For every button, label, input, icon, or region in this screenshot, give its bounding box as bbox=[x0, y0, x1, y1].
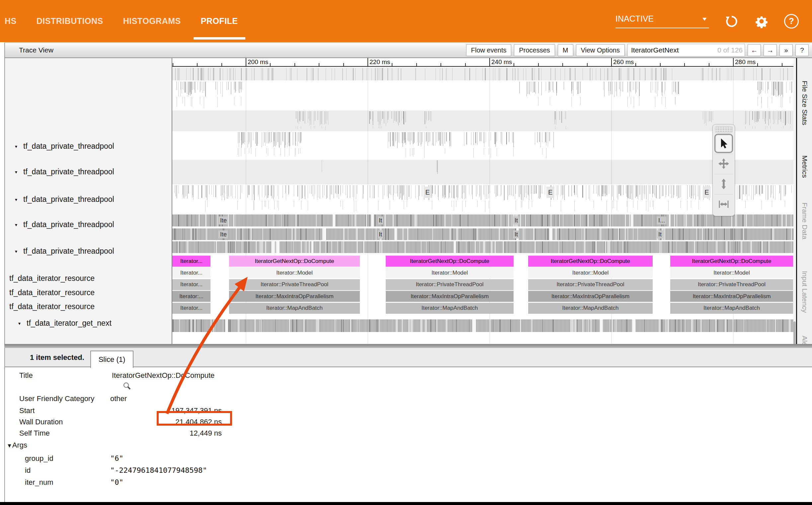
slice-iterator-row[interactable]: Iterator... bbox=[172, 267, 210, 278]
chevron-down-icon: ▼ bbox=[701, 16, 708, 22]
track-label-tf_data_iterator_get_next[interactable]: ▾tf_data_iterator_get_next bbox=[18, 319, 112, 328]
slice-iterator-row[interactable]: Iterator::MaxIntraOpParallelism bbox=[386, 291, 514, 302]
search-input[interactable] bbox=[630, 46, 710, 54]
slice-iterator-row[interactable]: Iterator::PrivateThreadPool bbox=[386, 279, 514, 290]
pan-tool-button[interactable] bbox=[715, 154, 733, 173]
track-iterator-resource-strip[interactable]: IteItItI... bbox=[172, 214, 794, 226]
collapse-arrow-icon[interactable]: ▾ bbox=[15, 197, 17, 202]
track-iterator-resource-strip[interactable] bbox=[172, 241, 794, 253]
slice-iterator-row-selected[interactable]: Iterator::PrivateThreadPool bbox=[229, 279, 360, 290]
track-activity-overview[interactable] bbox=[172, 67, 794, 80]
track-threadpool-3[interactable] bbox=[172, 132, 794, 159]
details-header: 1 item selected. Slice (1) bbox=[5, 348, 812, 367]
track-threadpool-2[interactable] bbox=[172, 111, 794, 131]
track-label-tf_data_private_threadpool[interactable]: ▾tf_data_private_threadpool bbox=[15, 195, 114, 204]
track-threadpool-5[interactable] bbox=[172, 185, 794, 213]
tool-palette bbox=[713, 124, 735, 216]
event-badge[interactable]: E bbox=[547, 187, 554, 198]
slice-iterator-row[interactable]: Iterator::MapAndBatch bbox=[528, 303, 653, 314]
view-options-button[interactable]: View Options bbox=[576, 44, 625, 56]
gridline bbox=[489, 67, 490, 344]
slice-iterator-row[interactable]: Iterator::MaxIntraOpParallelism bbox=[670, 291, 793, 302]
select-tool-button[interactable] bbox=[715, 134, 733, 153]
track-label-tf_data_iterator_resource[interactable]: tf_data_iterator_resource bbox=[9, 302, 94, 311]
top-app-bar: HS DISTRIBUTIONS HISTOGRAMS PROFILE INAC… bbox=[0, 0, 812, 42]
help-icon[interactable]: ? bbox=[784, 14, 799, 28]
timeline-area[interactable]: 200 ms220 ms240 ms260 ms280 ms IteItItI.… bbox=[172, 58, 794, 344]
slice-iterator-row[interactable]: Iterator::Model bbox=[528, 267, 653, 278]
track-label-tf_data_iterator_resource[interactable]: tf_data_iterator_resource bbox=[9, 274, 94, 283]
collapse-controls-button[interactable]: » bbox=[780, 44, 793, 56]
palette-drag-handle[interactable] bbox=[715, 126, 732, 133]
collapse-arrow-icon[interactable]: ▾ bbox=[15, 222, 17, 227]
side-tab-input-latency[interactable]: Input Latency bbox=[797, 255, 812, 329]
slice-iterator-row[interactable]: Iterator::PrivateThreadPool bbox=[528, 279, 653, 290]
gear-icon[interactable] bbox=[754, 14, 769, 28]
gridline bbox=[611, 67, 612, 344]
slice-iterator-row[interactable]: Iterator::MapAndBatch bbox=[386, 303, 514, 314]
find-next-button[interactable]: → bbox=[764, 44, 777, 56]
panel-splitter[interactable] bbox=[4, 344, 812, 348]
slice-iterator-get-next-op[interactable]: Iterator... bbox=[172, 256, 210, 267]
run-selector-dropdown[interactable]: INACTIVE ▼ bbox=[615, 14, 709, 28]
tab-slice[interactable]: Slice (1) bbox=[90, 351, 134, 368]
slice-iterator-get-next-op-selected[interactable]: IteratorGetNextOp::DoCompute bbox=[229, 256, 360, 267]
ruler-major-tick bbox=[246, 58, 246, 66]
track-label-tf_data_private_threadpool[interactable]: ▾tf_data_private_threadpool bbox=[15, 142, 114, 151]
slice-iterator-get-next-op[interactable]: IteratorGetNextOp::DoCompute bbox=[386, 256, 514, 267]
tab-distributions[interactable]: DISTRIBUTIONS bbox=[27, 0, 113, 42]
slice-iterator-row[interactable]: Iterator::Model bbox=[670, 267, 793, 278]
slice-iterator-get-next-op[interactable]: IteratorGetNextOp::DoCompute bbox=[670, 256, 793, 267]
tab-histograms[interactable]: HISTOGRAMS bbox=[114, 0, 190, 42]
timing-tool-button[interactable] bbox=[715, 194, 733, 214]
track-label-tf_data_private_threadpool[interactable]: ▾tf_data_private_threadpool bbox=[15, 220, 114, 229]
collapse-arrow-icon[interactable]: ▾ bbox=[15, 144, 17, 149]
collapse-arrow-icon[interactable]: ▾ bbox=[15, 249, 17, 254]
side-tab-metrics[interactable]: Metrics bbox=[797, 145, 812, 188]
event-badge[interactable]: E bbox=[424, 187, 432, 198]
ruler-major-tick bbox=[611, 58, 612, 66]
track-label-tf_data_iterator_resource[interactable]: tf_data_iterator_resource bbox=[9, 288, 94, 297]
track-threadpool-1[interactable] bbox=[172, 81, 794, 110]
category-value: other bbox=[110, 394, 127, 403]
metadata-button[interactable]: M bbox=[558, 44, 573, 56]
track-threadpool-4[interactable] bbox=[172, 160, 794, 184]
wall-duration-label: Wall Duration bbox=[19, 418, 63, 426]
find-previous-button[interactable]: ← bbox=[748, 44, 761, 56]
collapse-arrow-icon[interactable]: ▾ bbox=[18, 321, 21, 326]
slice-iterator-row[interactable]: Iterator::MapAndBatch bbox=[670, 303, 793, 314]
help-shortcuts-button[interactable]: ? bbox=[795, 44, 809, 56]
slice-iterator-row[interactable]: Iterator::Model bbox=[386, 267, 514, 278]
ruler-tick-label: 260 ms bbox=[613, 58, 634, 66]
slice-iterator-row[interactable]: Iterator::MaxIntraOpParallelism bbox=[528, 291, 653, 302]
magnifier-icon[interactable] bbox=[123, 382, 132, 392]
slice-iterator-row-selected[interactable]: Iterator::MaxIntraOpParallelism bbox=[229, 291, 360, 302]
collapse-arrow-icon[interactable]: ▾ bbox=[15, 169, 17, 175]
tab-graphs-truncated[interactable]: HS bbox=[0, 0, 26, 42]
refresh-icon[interactable] bbox=[725, 14, 739, 28]
track-label-tf_data_private_threadpool[interactable]: ▾tf_data_private_threadpool bbox=[15, 167, 114, 176]
slice-iterator-row-selected[interactable]: Iterator::Model bbox=[229, 267, 360, 278]
slice-iterator-row[interactable]: Iterator::PrivateThreadPool bbox=[670, 279, 793, 290]
strip-slice-label: It bbox=[377, 216, 383, 224]
track-label-tf_data_private_threadpool[interactable]: ▾tf_data_private_threadpool bbox=[15, 247, 114, 256]
slice-iterator-get-next-op[interactable]: IteratorGetNextOp::DoCompute bbox=[528, 256, 653, 267]
slice-iterator-row[interactable]: Iterator:... bbox=[172, 291, 210, 302]
track-iterator-resource-strip[interactable] bbox=[172, 319, 794, 332]
vertical-scrollbar[interactable] bbox=[793, 58, 796, 344]
track-iterator-resource-strip[interactable]: IteItItIt bbox=[172, 228, 794, 240]
tab-profile[interactable]: PROFILE bbox=[192, 0, 247, 42]
pan-icon bbox=[718, 158, 730, 170]
vertical-scrollbar-thumb[interactable] bbox=[793, 321, 796, 345]
zoom-tool-button[interactable] bbox=[715, 174, 733, 194]
slice-iterator-row[interactable]: Iterator... bbox=[172, 303, 210, 314]
ruler-tick-label: 200 ms bbox=[248, 58, 268, 66]
event-badge[interactable]: E bbox=[703, 187, 711, 198]
slice-iterator-row[interactable]: Iterator... bbox=[172, 279, 210, 290]
args-header[interactable]: ▼Args bbox=[7, 441, 27, 450]
side-tab-frame-data[interactable]: Frame Data bbox=[797, 191, 812, 251]
side-tab-file-size-stats[interactable]: File Size Stats bbox=[797, 63, 812, 143]
slice-iterator-row-selected[interactable]: Iterator::MapAndBatch bbox=[229, 303, 360, 314]
flow-events-button[interactable]: Flow events bbox=[466, 44, 512, 56]
processes-button[interactable]: Processes bbox=[514, 44, 555, 56]
